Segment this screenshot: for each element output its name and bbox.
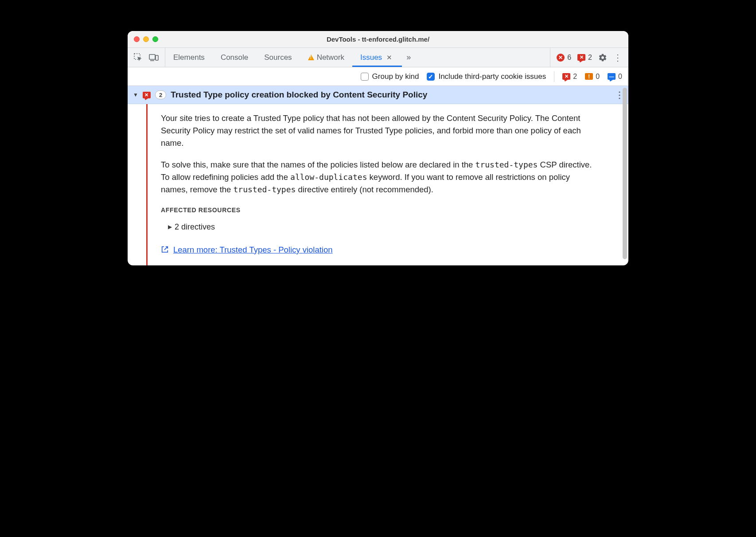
svg-rect-1 (149, 54, 155, 59)
warning-tag-icon: ! (585, 73, 593, 80)
issue-paragraph: To solve this, make sure that the names … (161, 159, 593, 195)
tab-label: Issues (360, 53, 382, 62)
tab-elements[interactable]: Elements (165, 48, 213, 67)
more-options-button[interactable]: ⋮ (613, 55, 622, 60)
count: 2 (573, 73, 577, 81)
close-tab-icon[interactable]: ✕ (385, 54, 394, 62)
filter-warnings-stat[interactable]: ! 0 (585, 73, 600, 81)
svg-rect-2 (150, 60, 154, 61)
issue-paragraph: Your site tries to create a Trusted Type… (161, 112, 593, 149)
tab-label: Elements (173, 53, 205, 62)
issue-count-badge: 2 (155, 90, 166, 99)
count: 0 (596, 73, 600, 81)
issues-list: ▼ ✕ 2 Trusted Type policy creation block… (128, 86, 628, 265)
tab-issues[interactable]: Issues ✕ (352, 48, 402, 67)
tab-label: Sources (264, 53, 292, 62)
disclosure-triangle-icon: ▶ (168, 223, 172, 231)
error-tag-icon: ✕ (562, 73, 570, 80)
issue-title: Trusted Type policy creation blocked by … (171, 90, 427, 100)
gear-icon (598, 53, 607, 62)
error-tag-icon: ✕ (143, 92, 151, 98)
tab-console[interactable]: Console (213, 48, 256, 67)
filter-bar: Group by kind ✓ Include third-party cook… (128, 67, 628, 86)
checkbox-label: Include third-party cookie issues (438, 72, 546, 81)
error-tag-icon: ✕ (577, 54, 585, 61)
checkbox-label: Group by kind (372, 72, 419, 81)
code: trusted-types (234, 185, 296, 194)
code: allow-duplicates (290, 172, 367, 182)
group-by-kind-checkbox[interactable]: Group by kind (361, 72, 419, 81)
external-link-icon (161, 245, 169, 253)
filter-errors-stat[interactable]: ✕ 2 (562, 73, 577, 81)
filter-info-stat[interactable]: — 0 (608, 73, 622, 81)
learn-more-text[interactable]: Learn more: Trusted Types - Policy viola… (173, 244, 333, 256)
svg-rect-3 (156, 55, 158, 60)
issue-row-header[interactable]: ▼ ✕ 2 Trusted Type policy creation block… (128, 86, 628, 104)
learn-more-link[interactable]: Learn more: Trusted Types - Policy viola… (161, 244, 593, 256)
affected-directives-row[interactable]: ▶ 2 directives (168, 221, 593, 233)
tab-label: Console (221, 53, 248, 62)
info-tag-icon: — (608, 73, 616, 80)
main-toolbar: Elements Console Sources Network Issues … (128, 48, 628, 67)
inspect-element-icon[interactable] (134, 53, 143, 62)
checkbox-unchecked-icon (361, 73, 369, 81)
tab-label: Network (317, 53, 344, 62)
checkbox-checked-icon: ✓ (427, 73, 435, 81)
issue-body: Your site tries to create a Trusted Type… (146, 104, 628, 265)
window-title: DevTools - tt-enforced.glitch.me/ (128, 35, 628, 43)
chevrons-right-icon: » (406, 53, 409, 62)
count: 0 (618, 73, 622, 81)
error-count: 6 (567, 54, 571, 62)
scrollbar-thumb[interactable] (623, 88, 627, 259)
include-third-party-checkbox[interactable]: ✓ Include third-party cookie issues (427, 72, 546, 81)
affected-count: 2 directives (175, 221, 215, 233)
more-tabs-button[interactable]: » (402, 48, 413, 67)
scrollbar[interactable] (623, 88, 627, 259)
page-error-count: 2 (588, 54, 592, 62)
console-errors-stat[interactable]: ✕ 6 (557, 54, 571, 62)
devtools-window: DevTools - tt-enforced.glitch.me/ Elemen… (128, 31, 628, 265)
affected-resources-heading: AFFECTED RESOURCES (161, 206, 593, 215)
error-circle-icon: ✕ (557, 54, 565, 62)
divider (554, 71, 554, 82)
tab-network[interactable]: Network (300, 48, 352, 67)
code: trusted-types (475, 160, 538, 169)
warning-triangle-icon (308, 54, 314, 60)
device-toolbar-icon[interactable] (149, 54, 159, 62)
disclosure-triangle-icon[interactable]: ▼ (133, 92, 138, 98)
settings-button[interactable] (598, 53, 607, 62)
titlebar: DevTools - tt-enforced.glitch.me/ (128, 31, 628, 48)
page-errors-stat[interactable]: ✕ 2 (577, 54, 592, 62)
tab-sources[interactable]: Sources (256, 48, 300, 67)
